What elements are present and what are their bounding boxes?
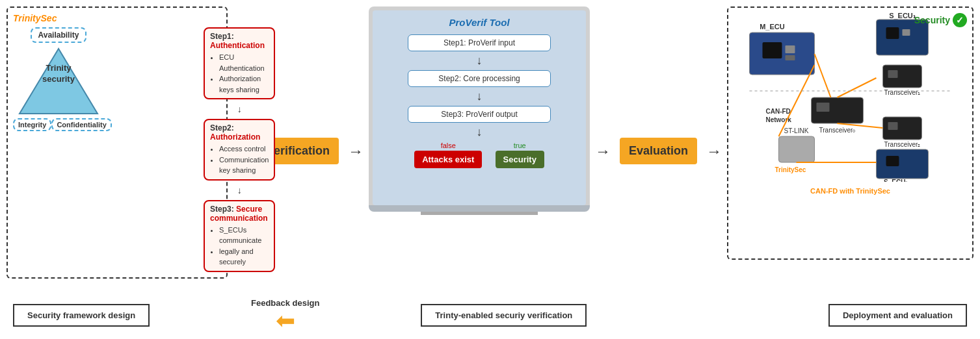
step1-box: Step1: Authentication ECU Authentication…: [204, 27, 275, 99]
step1-item2: Authorization keys sharing: [219, 73, 269, 95]
proverif-steps: Step1: ProVerif input ↓ Step2: Core proc…: [379, 34, 579, 168]
svg-text:Transceiver₀: Transceiver₀: [819, 127, 856, 134]
section3-deployment: Security ✓ M_ECU S_ECU₁ Transceiver₀: [727, 6, 973, 260]
step2-arrow: ↓: [204, 185, 275, 195]
steps-container: Step1: Authentication ECU Authentication…: [204, 27, 275, 272]
integrity-label: Integrity: [13, 118, 51, 131]
proverif-title: ProVerif Tool: [379, 17, 579, 28]
feedback-area: Feedback design ⬅: [251, 298, 319, 333]
result-attacks: Attacks exist: [414, 151, 482, 168]
deployment-diagram: M_ECU S_ECU₁ Transceiver₀ Transceiver₁ C…: [734, 13, 967, 182]
section1-inner: Availability Trinity security Integrity …: [13, 27, 221, 272]
step3-items: S_ECUs communicate legally and securely: [219, 225, 269, 268]
step3-item1: S_ECUs communicate: [219, 225, 269, 246]
section2-proverif: ProVerif Tool Step1: ProVerif input ↓ St…: [369, 6, 590, 215]
svg-rect-19: [888, 122, 898, 130]
svg-rect-4: [786, 55, 795, 60]
result-security: Security: [496, 151, 544, 168]
svg-text:Transceiver₂: Transceiver₂: [884, 141, 921, 148]
bottom-labels: Integrity Confidentiality: [13, 118, 104, 131]
false-label: false: [414, 142, 482, 149]
svg-rect-14: [888, 70, 898, 78]
triangle-container: Trinity security: [16, 45, 101, 117]
svg-text:M_ECU: M_ECU: [760, 23, 785, 31]
step3-box: Step3: Secure communication S_ECUs commu…: [204, 200, 275, 272]
step1-items: ECU Authentication Authorization keys sh…: [219, 52, 269, 95]
confidentiality-label: Confidentiality: [51, 118, 111, 131]
check-circle-icon: ✓: [953, 13, 967, 27]
arrow-to-deployment: →: [706, 142, 722, 160]
step1-arrow: ↓: [204, 104, 275, 114]
evaluation-box: Evaluation: [620, 138, 697, 164]
svg-text:S_ECU₁: S_ECU₁: [889, 13, 916, 19]
arrow-to-evaluation: →: [595, 142, 611, 160]
svg-rect-2: [763, 42, 782, 58]
trinity-sec-label: TrinitySec: [13, 13, 221, 23]
section1-framework: TrinitySec Availability Trinity security: [7, 6, 228, 279]
step3-item2: legally and securely: [219, 246, 269, 268]
bottom-box3: Deployment and evaluation: [828, 304, 967, 327]
true-label: true: [496, 142, 544, 149]
svg-rect-23: [877, 149, 929, 179]
bottom-area: Security framework design Feedback desig…: [7, 295, 973, 333]
svg-text:CAN-FD: CAN-FD: [766, 108, 791, 115]
step1-title: Step1: Authentication: [210, 32, 269, 50]
svg-rect-7: [886, 27, 899, 39]
pv-step1: Step1: ProVerif input: [408, 34, 551, 51]
pv-arrow3: ↓: [477, 125, 483, 139]
step2-title: Step2: Authorization: [210, 123, 269, 142]
step2-item1: Access control: [219, 144, 269, 155]
svg-text:S_ECU₂  ......: S_ECU₂ ......: [884, 179, 921, 182]
false-result-col: false Attacks exist: [414, 142, 482, 168]
step2-item2: Communication key sharing: [219, 155, 269, 176]
svg-rect-24: [886, 156, 899, 166]
trinity-text: Trinity security: [38, 63, 80, 85]
can-fd-with-label: CAN-FD with TrinitySec: [734, 187, 967, 195]
feedback-arrow-icon: ⬅: [276, 309, 295, 333]
availability-box: Availability: [31, 27, 87, 43]
laptop-screen: ProVerif Tool Step1: ProVerif input ↓ St…: [373, 10, 586, 205]
security-text: Security: [914, 15, 950, 25]
svg-rect-21: [779, 136, 815, 162]
step2-box: Step2: Authorization Access control Comm…: [204, 119, 275, 181]
laptop-stand: [421, 212, 538, 215]
svg-line-27: [838, 78, 877, 97]
step2-items: Access control Communication key sharing: [219, 144, 269, 176]
bottom-box2: Trinty-enabled securiy verification: [421, 304, 587, 327]
feedback-label: Feedback design: [251, 298, 319, 308]
main-container: TrinitySec Availability Trinity security: [0, 0, 980, 339]
svg-text:ST-LINK: ST-LINK: [784, 127, 809, 134]
svg-line-29: [779, 65, 815, 136]
true-result-col: true Security: [496, 142, 544, 168]
pv-step3: Step3: ProVerif output: [408, 106, 551, 123]
svg-text:Transceiver₁: Transceiver₁: [884, 89, 921, 96]
arrow-to-proverif: →: [348, 142, 364, 160]
svg-rect-3: [786, 45, 795, 53]
bottom-box1: Security framework design: [13, 304, 150, 327]
laptop-outer: ProVerif Tool Step1: ProVerif input ↓ St…: [369, 6, 590, 205]
svg-rect-8: [903, 29, 910, 36]
svg-rect-11: [817, 103, 830, 112]
trinity-diagram: Availability Trinity security Integrity …: [13, 27, 104, 272]
result-labels: false Attacks exist true Security: [408, 142, 551, 168]
pv-arrow2: ↓: [477, 90, 483, 103]
step3-title: Step3: Secure communication: [210, 205, 269, 223]
svg-text:TrinitySec: TrinitySec: [775, 166, 806, 173]
pv-step2: Step2: Core processing: [408, 70, 551, 87]
top-section: TrinitySec Availability Trinity security: [7, 6, 973, 295]
pv-arrow1: ↓: [477, 54, 483, 68]
step1-item1: ECU Authentication: [219, 52, 269, 73]
laptop-base: [369, 205, 590, 212]
security-badge: Security ✓: [914, 13, 967, 27]
